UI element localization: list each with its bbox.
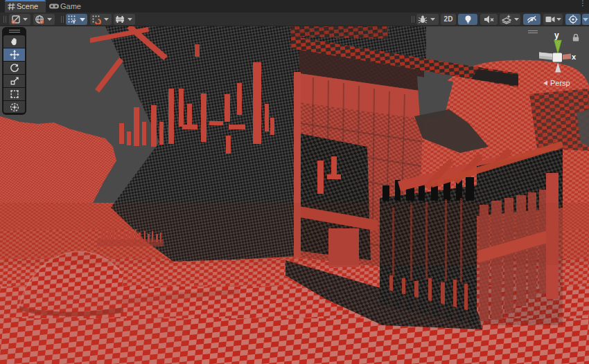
- svg-text:y: y: [554, 30, 559, 40]
- svg-text:Y: Y: [72, 19, 76, 24]
- svg-text:x: x: [572, 53, 577, 61]
- svg-text:Persp: Persp: [550, 79, 570, 87]
